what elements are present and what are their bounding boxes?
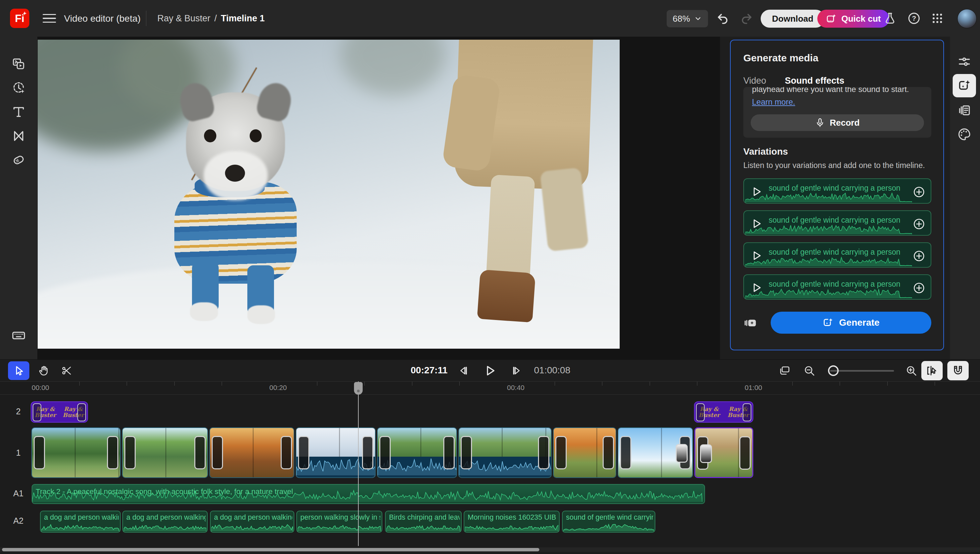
video-clip[interactable] — [296, 427, 375, 478]
trim-handle-left[interactable] — [124, 436, 136, 469]
text-tool-icon[interactable] — [7, 101, 30, 123]
trim-handle-right[interactable] — [77, 403, 86, 421]
learn-more-link[interactable]: Learn more. — [752, 97, 795, 106]
add-to-timeline-icon[interactable] — [913, 218, 925, 230]
zoom-out-icon[interactable] — [800, 361, 819, 380]
keyboard-shortcuts-icon[interactable] — [7, 324, 30, 347]
left-toolbar — [0, 37, 37, 359]
add-to-timeline-icon[interactable] — [913, 250, 925, 262]
generate-panel-icon[interactable] — [953, 74, 976, 97]
download-button[interactable]: Download — [760, 10, 825, 28]
snap-magnet-button[interactable] — [947, 361, 969, 380]
trim-handle-right[interactable] — [281, 436, 292, 469]
previous-frame-button[interactable] — [454, 361, 473, 380]
trim-handle-right[interactable] — [603, 436, 614, 469]
trim-handle-left[interactable] — [555, 436, 567, 469]
sfx-clip[interactable]: sound of gentle wind carrying — [562, 511, 655, 533]
variation-card[interactable]: sound of gentle wind carrying a person .… — [743, 178, 931, 204]
ruler-tick — [317, 382, 317, 386]
media-icon[interactable] — [7, 53, 30, 75]
style-palette-icon[interactable] — [953, 123, 976, 146]
trim-handle-right[interactable] — [194, 436, 206, 469]
variation-card[interactable]: sound of gentle wind carrying a person .… — [743, 242, 931, 267]
timeline-ruler[interactable]: 00:0000:2000:4001:00 — [0, 381, 980, 395]
trim-handle-right[interactable] — [107, 436, 118, 469]
trim-handle-right[interactable] — [743, 403, 751, 421]
timeline: 00:0000:2000:4001:00 2 1 A1 A2 Ray & Bus… — [0, 381, 980, 554]
variation-card[interactable]: sound of gentle wind carrying a person .… — [743, 210, 931, 236]
breadcrumb-timeline[interactable]: Timeline 1 — [221, 13, 265, 24]
add-to-timeline-icon[interactable] — [913, 282, 925, 295]
playhead-line[interactable] — [358, 381, 359, 546]
redo-button[interactable] — [738, 10, 755, 27]
video-clip[interactable] — [31, 427, 121, 478]
video-clip[interactable] — [553, 427, 616, 478]
avatar[interactable] — [957, 9, 977, 28]
firefly-logo[interactable]: Fi — [10, 9, 29, 28]
sfx-clip[interactable]: a dog and person walking — [210, 511, 294, 533]
trim-handle-right[interactable] — [362, 436, 373, 469]
transition-icon[interactable] — [700, 444, 712, 463]
timeline-zoom-slider[interactable] — [830, 370, 894, 372]
sfx-clip[interactable]: Birds chirping and leave — [385, 511, 462, 533]
variation-card[interactable]: sound of gentle wind carrying a person .… — [743, 274, 931, 300]
menu-icon[interactable] — [43, 13, 56, 24]
title-clip[interactable]: Ray & BusterRay & Buster — [31, 401, 88, 423]
apps-grid-icon[interactable] — [929, 10, 946, 27]
sfx-clip[interactable]: a dog and person walking — [40, 511, 121, 533]
trim-handle-right[interactable] — [739, 436, 751, 470]
captions-icon[interactable] — [953, 99, 976, 122]
trim-handle-right[interactable] — [443, 436, 455, 469]
trim-handle-left[interactable] — [696, 403, 705, 421]
sfx-clip[interactable]: a dog and person walking — [123, 511, 208, 533]
quick-cut-button[interactable]: Quick cut — [817, 10, 889, 28]
video-preview[interactable] — [38, 40, 620, 349]
playhead-handle[interactable] — [354, 382, 363, 395]
sfx-clip[interactable]: Morning noises 160235 UIB — [464, 511, 560, 533]
video-clip[interactable] — [122, 427, 208, 478]
video-clip[interactable] — [694, 427, 753, 478]
split-tool-button[interactable] — [57, 361, 76, 380]
beta-flask-icon[interactable] — [881, 10, 899, 27]
trim-handle-left[interactable] — [33, 403, 41, 421]
generative-credits-icon[interactable] — [743, 316, 758, 330]
title-clip[interactable]: Ray & BusterRay & Buster — [694, 401, 753, 423]
transition-icon[interactable] — [676, 444, 688, 463]
ripple-edit-button[interactable] — [921, 361, 943, 380]
properties-icon[interactable] — [953, 50, 976, 73]
trim-handle-left[interactable] — [298, 436, 309, 469]
generate-button[interactable]: Generate — [771, 312, 931, 334]
horizontal-scrollbar-thumb[interactable] — [2, 548, 539, 551]
video-clip[interactable] — [618, 427, 693, 478]
breadcrumb-project[interactable]: Ray & Buster — [158, 13, 210, 24]
zoom-in-icon[interactable] — [902, 361, 921, 380]
trim-handle-left[interactable] — [379, 436, 391, 469]
next-frame-button[interactable] — [508, 361, 526, 380]
video-clip[interactable] — [209, 427, 294, 478]
hand-tool-button[interactable] — [35, 361, 53, 380]
music-clip[interactable]: Track 2 - A peaceful nostalgic song, wit… — [32, 484, 705, 504]
horizontal-scrollbar-track[interactable] — [0, 547, 980, 552]
generative-extend-icon[interactable] — [7, 76, 30, 99]
sfx-clip[interactable]: person walking slowly in sn — [296, 511, 382, 533]
ruler-tick — [887, 382, 888, 386]
video-clip[interactable] — [377, 427, 457, 478]
undo-button[interactable] — [714, 10, 731, 27]
zoom-level-dropdown[interactable]: 68% — [667, 10, 708, 27]
help-icon[interactable]: ? — [905, 10, 923, 27]
record-button[interactable]: Record — [751, 114, 924, 131]
play-button[interactable] — [480, 361, 500, 380]
fit-timeline-icon[interactable] — [775, 361, 794, 380]
timeline-zoom-knob[interactable] — [828, 365, 838, 376]
video-clip[interactable] — [458, 427, 552, 478]
trim-handle-left[interactable] — [33, 436, 45, 469]
trim-handle-left[interactable] — [620, 436, 632, 469]
breadcrumb[interactable]: Ray & Buster / Timeline 1 — [158, 13, 265, 24]
trim-handle-right[interactable] — [538, 436, 549, 469]
add-to-timeline-icon[interactable] — [913, 186, 925, 198]
transitions-icon[interactable] — [7, 125, 30, 147]
audio-cleanup-icon[interactable] — [7, 149, 30, 171]
select-tool-button[interactable] — [8, 361, 29, 380]
trim-handle-left[interactable] — [461, 436, 472, 469]
trim-handle-left[interactable] — [212, 436, 223, 469]
